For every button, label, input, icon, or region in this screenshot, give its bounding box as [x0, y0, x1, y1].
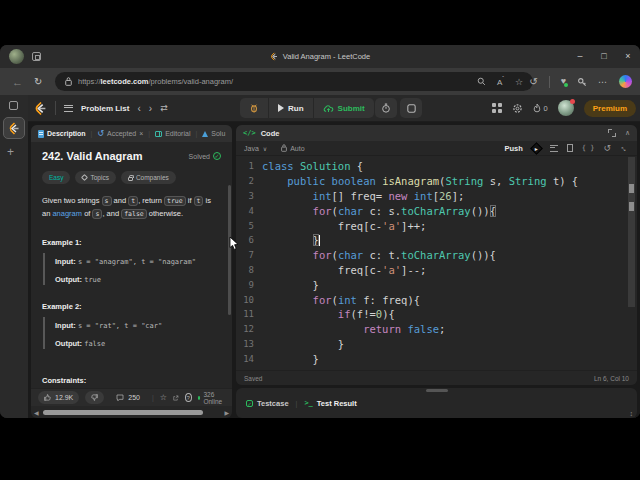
dislike-button[interactable] — [85, 391, 104, 404]
read-aloud-icon[interactable]: Aˆ — [497, 76, 504, 87]
description-icon — [38, 130, 44, 138]
tab-solutions[interactable]: Solu — [202, 130, 225, 137]
more-menu-icon[interactable]: ⋯ — [598, 77, 608, 87]
run-button[interactable]: Run — [269, 98, 313, 118]
tab-actions-icon[interactable] — [9, 101, 18, 110]
scroll-right-icon[interactable]: ▶ — [224, 409, 229, 416]
collapse-icon[interactable]: ∧ — [625, 129, 630, 137]
minimize-button[interactable]: – — [568, 45, 592, 68]
toolbar-divider — [549, 76, 550, 88]
editor-scrollbar[interactable] — [628, 157, 635, 307]
chevron-down-icon: ∨ — [263, 145, 267, 152]
maximize-button[interactable]: □ — [592, 45, 616, 68]
code-line[interactable]: 2 public boolean isAnagram(String s, Str… — [236, 174, 637, 189]
brackets-icon[interactable]: { } — [582, 144, 595, 152]
shuffle-icon[interactable]: ⇄ — [160, 103, 168, 113]
code-line[interactable]: 10 for(int f: freq){ — [236, 292, 637, 307]
tag-icon — [81, 174, 88, 181]
premium-button[interactable]: Premium — [584, 100, 636, 117]
code-editor[interactable]: 1class Solution {2 public boolean isAnag… — [236, 156, 637, 370]
favorite-star-icon[interactable]: ☆ — [515, 77, 523, 87]
like-button[interactable]: 12.9K — [38, 391, 79, 404]
code-line[interactable]: 12 return false; — [236, 322, 637, 337]
tab-editorial[interactable]: Editorial — [155, 130, 190, 137]
browser-essentials-icon[interactable]: ♥ — [561, 77, 566, 86]
tab-description[interactable]: Description — [38, 130, 86, 138]
example2-block: Input: s = "rat", t = "car" Output: fals… — [43, 317, 221, 349]
solutions-icon — [202, 131, 208, 137]
active-tab-leetcode[interactable] — [3, 117, 25, 139]
comment-count: 250 — [128, 394, 140, 401]
topics-badge[interactable]: Topics — [75, 171, 115, 184]
apps-grid-icon[interactable] — [492, 103, 496, 107]
language-selector[interactable]: Java — [244, 145, 259, 152]
comments-button[interactable]: 250 — [110, 391, 146, 404]
maximize-editor-icon[interactable]: ↔ — [618, 141, 631, 154]
notes-button[interactable] — [400, 98, 422, 118]
url-text: https://leetcode.com/problems/valid-anag… — [78, 77, 471, 86]
reset-code-icon[interactable]: ↺ — [603, 143, 611, 153]
format-code-icon[interactable] — [550, 145, 558, 152]
console-panel: ✓ Testcase | >_ Test Result ↕ — [236, 388, 637, 418]
submit-button[interactable]: Submit — [314, 98, 374, 118]
sync-diamond-icon[interactable]: ▸ — [530, 142, 543, 155]
problem-list-icon[interactable] — [64, 105, 73, 112]
solved-status: Solved ✓ — [189, 152, 221, 160]
star-button[interactable]: ☆ — [160, 393, 167, 402]
code-line[interactable]: 14 } — [236, 351, 637, 366]
tab-testcase[interactable]: ✓ Testcase — [246, 399, 289, 408]
back-icon[interactable]: ← — [12, 68, 23, 95]
refresh-icon[interactable]: ↻ — [34, 68, 42, 95]
testcase-check-icon: ✓ — [246, 400, 253, 407]
scroll-left-icon[interactable]: ◀ — [34, 409, 39, 416]
code-line[interactable]: 9 } — [236, 277, 637, 292]
example2-output: false — [84, 340, 105, 348]
streak-counter[interactable]: 0 — [533, 103, 548, 113]
tab-accepted[interactable]: ↺ Accepted × — [97, 130, 143, 138]
companies-badge[interactable]: Companies — [121, 171, 176, 184]
description-hscrollbar[interactable]: ◀ ▶ — [34, 408, 229, 416]
code-line[interactable]: 13 } — [236, 337, 637, 352]
tab-test-result[interactable]: >_ Test Result — [304, 399, 356, 408]
debug-button[interactable] — [240, 98, 268, 118]
close-tab-icon[interactable]: × — [139, 130, 143, 137]
leetcode-logo[interactable] — [34, 101, 47, 116]
profile-key-icon[interactable] — [577, 77, 587, 87]
settings-gear-icon[interactable] — [512, 103, 523, 114]
code-line[interactable]: 1class Solution { — [236, 159, 637, 174]
code-line[interactable]: 8 freq[c-'a']--; — [236, 263, 637, 278]
online-indicator: 326 Online — [198, 391, 225, 405]
next-problem-icon[interactable]: › — [149, 103, 152, 114]
solved-check-icon: ✓ — [213, 152, 221, 160]
help-icon[interactable]: ? — [185, 393, 192, 402]
bookmark-icon[interactable] — [567, 144, 573, 152]
share-icon[interactable] — [173, 394, 179, 402]
timer-button[interactable] — [375, 98, 397, 118]
flame-icon — [533, 103, 541, 113]
problem-list-link[interactable]: Problem List — [81, 104, 129, 113]
address-bar-icons: Aˆ ☆ — [477, 76, 523, 87]
close-button[interactable]: × — [616, 45, 640, 68]
new-tab-icon[interactable]: + — [7, 145, 14, 159]
difficulty-badge[interactable]: Easy — [42, 171, 70, 184]
code-line[interactable]: 7 for(char c: t.toCharArray()){ — [236, 248, 637, 263]
auto-toggle[interactable]: Auto — [281, 144, 304, 152]
resize-vertical-icon[interactable]: ↕ — [630, 410, 634, 417]
zoom-icon[interactable] — [477, 77, 486, 86]
user-avatar[interactable] — [558, 100, 574, 116]
cloud-upload-icon — [323, 104, 334, 113]
code-line[interactable]: 4 for(char c: s.toCharArray()){ — [236, 203, 637, 218]
copilot-icon[interactable] — [619, 75, 632, 88]
prev-problem-icon[interactable]: ‹ — [137, 103, 140, 114]
address-bar[interactable]: https://leetcode.com/problems/valid-anag… — [55, 72, 533, 91]
hscroll-thumb[interactable] — [43, 410, 203, 415]
panel-drag-handle[interactable] — [426, 389, 448, 392]
save-status: Saved — [244, 375, 262, 382]
code-line[interactable]: 3 int[] freq= new int[26]; — [236, 189, 637, 204]
code-line[interactable]: 6 } — [236, 233, 637, 248]
code-line[interactable]: 11 if(f!=0){ — [236, 307, 637, 322]
fullscreen-icon[interactable] — [608, 129, 616, 137]
editorial-icon — [155, 131, 162, 137]
code-line[interactable]: 5 freq[c-'a']++; — [236, 218, 637, 233]
sync-icon[interactable]: ↺ — [529, 76, 537, 87]
